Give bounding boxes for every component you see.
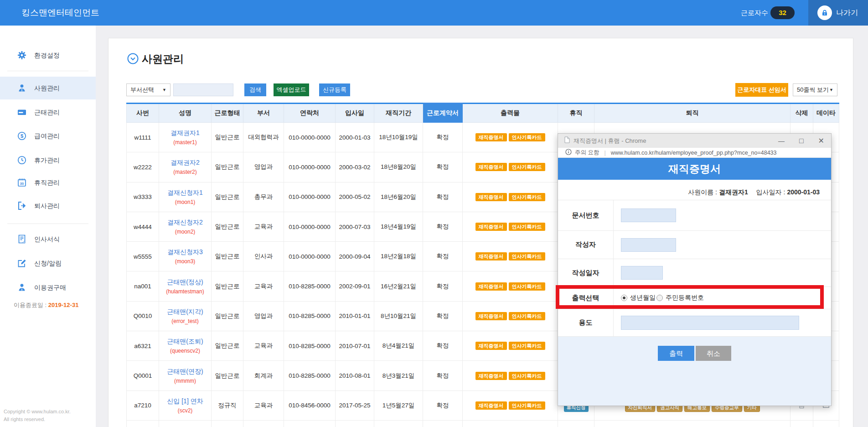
- page-size-select[interactable]: 50줄씩 보기▼: [793, 83, 837, 96]
- form-input[interactable]: [621, 238, 676, 252]
- exit-icon: [17, 201, 26, 210]
- col-header: 재직기간: [374, 104, 423, 123]
- form-input[interactable]: [621, 208, 676, 222]
- chevron-circle-icon: [127, 53, 139, 64]
- table-header-row: 사번성명근로형태부서연락처입사일재직기간근로계약서출력물휴직퇴직삭제데이타: [127, 104, 839, 123]
- new-register-button[interactable]: 신규등록: [319, 83, 350, 96]
- print-doc-button[interactable]: 인사기록카드: [509, 163, 545, 171]
- emp-name-link[interactable]: 근태맨(정상): [159, 278, 211, 286]
- sidebar-item-2[interactable]: 사원관리: [0, 77, 96, 99]
- print-doc-button[interactable]: 재직증명서: [475, 193, 507, 201]
- excel-upload-button[interactable]: 엑셀업로드: [274, 83, 309, 96]
- emp-id: a7210: [127, 391, 159, 420]
- cancel-button[interactable]: 취소: [696, 346, 731, 361]
- sidebar-item-4[interactable]: $급여관리: [0, 125, 96, 147]
- emp-name-link[interactable]: 결재신청자1: [159, 189, 211, 197]
- sidebar-item-6[interactable]: 30휴직관리: [0, 171, 96, 194]
- print-doc-button[interactable]: 인사기록카드: [509, 282, 545, 291]
- emp-name-link[interactable]: 신입 [1] 연차: [159, 397, 211, 406]
- print-submit-button[interactable]: 출력: [658, 346, 694, 361]
- worker-rep-button[interactable]: 근로자대표 선임서: [735, 83, 788, 97]
- print-doc-button[interactable]: 인사기록카드: [509, 372, 545, 380]
- sidebar-item-5[interactable]: 휴가관리: [0, 149, 96, 172]
- page-icon: [564, 136, 570, 145]
- worker-count-label: 근로자수: [741, 0, 768, 26]
- department-select[interactable]: 부서선택▼: [126, 83, 170, 96]
- emp-name-cell: 결재권자2(master2): [159, 152, 212, 182]
- print-doc-button[interactable]: 재직증명서: [475, 372, 507, 380]
- print-doc-button[interactable]: 인사기록카드: [509, 193, 545, 201]
- copyright: Copyright © www.hulam.co.kr.All rights r…: [4, 408, 71, 423]
- form-input[interactable]: [621, 316, 799, 330]
- emp-name-link[interactable]: 결재신청자3: [159, 248, 211, 256]
- sidebar-item-10[interactable]: 이용권구매: [0, 276, 96, 299]
- form-row: 작성일자: [558, 259, 831, 287]
- sidebar-item-1[interactable]: 환경설정: [0, 44, 96, 67]
- contract-status[interactable]: 확정: [423, 212, 463, 241]
- emp-name-link[interactable]: 근태맨(지각): [159, 308, 211, 316]
- contract-status[interactable]: 확정: [423, 391, 463, 420]
- print-doc-button[interactable]: 인사기록카드: [509, 342, 545, 350]
- emp-name-link[interactable]: 근태맨(조퇴): [159, 338, 211, 346]
- emp-name-cell: 근태맨(지각)(error_test): [159, 301, 212, 331]
- print-doc-button[interactable]: 재직증명서: [475, 223, 507, 231]
- url-warning[interactable]: 주의 요함: [575, 149, 599, 156]
- sidebar-item-3[interactable]: 근태관리: [0, 101, 96, 124]
- form-input[interactable]: [621, 266, 663, 280]
- emp-name-cell: 신입 [1] 연차(scv2): [159, 391, 212, 420]
- print-doc-button[interactable]: 재직증명서: [475, 401, 507, 410]
- col-header: 출력물: [463, 104, 558, 123]
- print-cell: 재직증명서인사기록카드: [463, 212, 558, 241]
- certificate-form: 문서번호작성자작성일자출력선택생년월일주민등록번호용도: [558, 200, 831, 337]
- print-doc-button[interactable]: 재직증명서: [475, 342, 507, 350]
- print-doc-button[interactable]: 재직증명서: [475, 133, 507, 141]
- sidebar-item-7[interactable]: 퇴사관리: [0, 194, 96, 217]
- clock-icon: [17, 156, 26, 165]
- contract-status[interactable]: 확정: [423, 361, 463, 391]
- col-header: 근로계약서: [423, 104, 463, 123]
- maximize-icon[interactable]: □: [799, 137, 804, 145]
- emp-name-link[interactable]: 결재권자1: [159, 129, 211, 137]
- contract-status[interactable]: 확정: [423, 271, 463, 301]
- print-doc-button[interactable]: 재직증명서: [475, 163, 507, 171]
- emp-name-link[interactable]: 근태맨(연장): [159, 368, 211, 376]
- print-doc-button[interactable]: 인사기록카드: [509, 312, 545, 320]
- col-header: 연락처: [284, 104, 336, 123]
- print-doc-button[interactable]: 재직증명서: [475, 282, 507, 291]
- print-doc-button[interactable]: 인사기록카드: [509, 223, 545, 231]
- emp-id: w1111: [127, 123, 159, 152]
- edit-icon: [17, 259, 26, 268]
- exit-button[interactable]: 나가기: [808, 0, 868, 26]
- emp-name-link[interactable]: 결재권자2: [159, 159, 211, 167]
- contract-status[interactable]: 확정: [423, 331, 463, 361]
- url-text[interactable]: www.hulam.co.kr/hulam/employee_proof_pp.…: [611, 150, 777, 156]
- emp-name-cell: 근태맨(연장)(mmmm): [159, 361, 212, 391]
- emp-id: w2222: [127, 152, 159, 182]
- contract-status[interactable]: 확정: [423, 152, 463, 182]
- popup-titlebar[interactable]: 재직증명서 | 휴램 - Chrome —□✕: [558, 134, 831, 148]
- certificate-title: 재직증명서: [558, 158, 831, 180]
- print-doc-button[interactable]: 인사기록카드: [509, 133, 545, 141]
- col-header: 성명: [159, 104, 212, 123]
- employee-row: [127, 420, 839, 427]
- close-icon[interactable]: ✕: [818, 136, 824, 145]
- minimize-icon[interactable]: —: [778, 137, 785, 145]
- highlight-annotation: [556, 285, 824, 309]
- print-doc-button[interactable]: 재직증명서: [475, 252, 507, 260]
- print-doc-button[interactable]: 재직증명서: [475, 312, 507, 320]
- emp-name-link[interactable]: 결재신청자2: [159, 219, 211, 227]
- contract-status[interactable]: 확정: [423, 301, 463, 331]
- search-input[interactable]: [173, 83, 233, 96]
- sidebar-item-8[interactable]: 인사서식: [0, 228, 96, 250]
- print-doc-button[interactable]: 인사기록카드: [509, 401, 545, 410]
- contract-status[interactable]: 확정: [423, 123, 463, 152]
- print-cell: 재직증명서인사기록카드: [463, 271, 558, 301]
- contract-status[interactable]: 확정: [423, 242, 463, 271]
- popup-urlbar[interactable]: 주의 요함 | www.hulam.co.kr/hulam/employee_p…: [558, 148, 831, 158]
- service-expiry: 이용종료일 : 2019-12-31: [14, 301, 78, 309]
- search-button[interactable]: 검색: [244, 83, 266, 96]
- contract-status[interactable]: 확정: [423, 182, 463, 212]
- sidebar-item-9[interactable]: 신청/알림: [0, 252, 96, 275]
- emp-id: na001: [127, 271, 159, 301]
- print-doc-button[interactable]: 인사기록카드: [509, 252, 545, 260]
